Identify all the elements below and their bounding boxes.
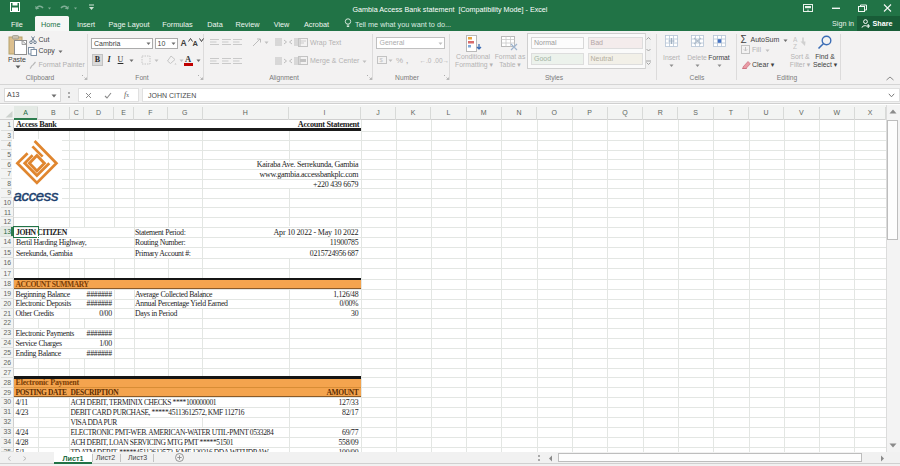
svg-text:A: A xyxy=(793,36,798,43)
svg-text:$: $ xyxy=(379,57,383,63)
svg-text:Z: Z xyxy=(793,43,797,49)
